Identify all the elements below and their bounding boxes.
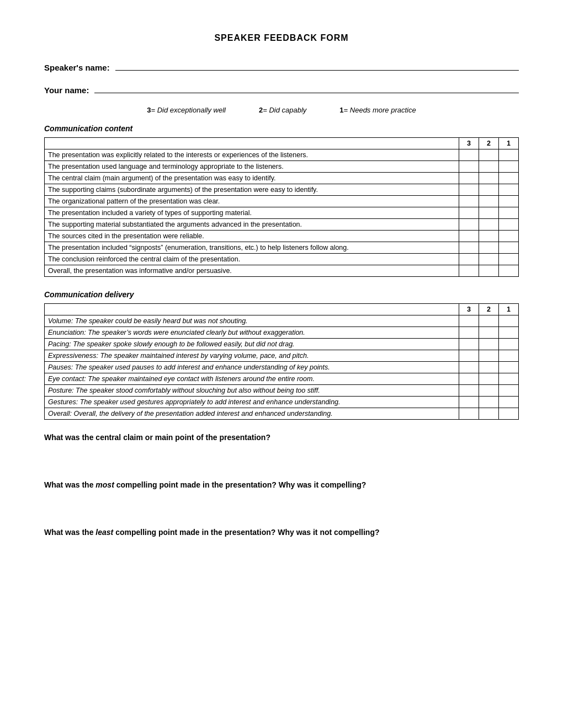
score-1[interactable] <box>499 265 519 277</box>
score-2[interactable] <box>479 184 499 196</box>
item-cell: Pauses: The speaker used pauses to add i… <box>45 362 459 373</box>
item-cell: The central claim (main argument) of the… <box>45 173 459 184</box>
score-2[interactable] <box>479 397 499 408</box>
item-cell: Overall: Overall, the delivery of the pr… <box>45 408 459 420</box>
score-2[interactable] <box>479 385 499 397</box>
score-2[interactable] <box>479 408 499 420</box>
your-name-label: Your name: <box>44 85 89 95</box>
score-3[interactable] <box>459 173 479 184</box>
score-3[interactable] <box>459 362 479 373</box>
score-3[interactable] <box>459 184 479 196</box>
table-row: The organizational pattern of the presen… <box>45 196 519 207</box>
score-3[interactable] <box>459 373 479 385</box>
score-1[interactable] <box>499 373 519 385</box>
table-row: Pacing: The speaker spoke slowly enough … <box>45 339 519 350</box>
score-2[interactable] <box>479 362 499 373</box>
score-2[interactable] <box>479 373 499 385</box>
score-1[interactable] <box>499 196 519 207</box>
speaker-name-label: Speaker's name: <box>44 63 110 72</box>
item-cell: The sources cited in the presentation we… <box>45 231 459 242</box>
score-3[interactable] <box>459 196 479 207</box>
score-3[interactable] <box>459 161 479 173</box>
table-row: The presentation used language and termi… <box>45 161 519 173</box>
table-row: The central claim (main argument) of the… <box>45 173 519 184</box>
score-2[interactable] <box>479 350 499 362</box>
score-3[interactable] <box>459 242 479 254</box>
score-3[interactable] <box>459 397 479 408</box>
table-row: The supporting claims (subordinate argum… <box>45 184 519 196</box>
score-2[interactable] <box>479 339 499 350</box>
table-row: Pauses: The speaker used pauses to add i… <box>45 362 519 373</box>
item-cell: Eye contact: The speaker maintained eye … <box>45 373 459 385</box>
score-3[interactable] <box>459 385 479 397</box>
score-2[interactable] <box>479 254 499 265</box>
score-3[interactable] <box>459 254 479 265</box>
scale-legend: 3= Did exceptionally well 2= Did capably… <box>44 106 519 114</box>
scale-1: 1= Needs more practice <box>339 106 416 114</box>
section2-table: 3 2 1 Volume: The speaker could be easil… <box>44 303 519 420</box>
item-cell: The presentation included “signposts” (e… <box>45 242 459 254</box>
score-1[interactable] <box>499 350 519 362</box>
question2: What was the most compelling point made … <box>44 480 519 489</box>
score-1[interactable] <box>499 207 519 219</box>
score-3[interactable] <box>459 149 479 161</box>
score-3[interactable] <box>459 350 479 362</box>
score-1[interactable] <box>499 408 519 420</box>
score-1[interactable] <box>499 339 519 350</box>
score-1[interactable] <box>499 327 519 339</box>
score-3[interactable] <box>459 315 479 327</box>
score-1[interactable] <box>499 231 519 242</box>
score-1[interactable] <box>499 254 519 265</box>
score-1[interactable] <box>499 219 519 231</box>
col-header-3: 3 <box>459 138 479 149</box>
score-3[interactable] <box>459 408 479 420</box>
score-1[interactable] <box>499 362 519 373</box>
item-cell: Posture: The speaker stood comfortably w… <box>45 385 459 397</box>
score-2[interactable] <box>479 196 499 207</box>
item-cell: Expressiveness: The speaker maintained i… <box>45 350 459 362</box>
score-2[interactable] <box>479 161 499 173</box>
score-3[interactable] <box>459 327 479 339</box>
score-1[interactable] <box>499 173 519 184</box>
item-cell: Volume: The speaker could be easily hear… <box>45 315 459 327</box>
score-1[interactable] <box>499 149 519 161</box>
item-cell: Overall, the presentation was informativ… <box>45 265 459 277</box>
col-header-2: 2 <box>479 138 499 149</box>
table-row: Enunciation: The speaker’s words were en… <box>45 327 519 339</box>
table-row: The presentation included “signposts” (e… <box>45 242 519 254</box>
score-1[interactable] <box>499 385 519 397</box>
score-1[interactable] <box>499 184 519 196</box>
score-3[interactable] <box>459 339 479 350</box>
speaker-name-row: Speaker's name: <box>44 60 519 72</box>
score-2[interactable] <box>479 231 499 242</box>
section2-title: Communication delivery <box>44 290 519 299</box>
score-1[interactable] <box>499 161 519 173</box>
scale-3: 3= Did exceptionally well <box>147 106 226 114</box>
col2-header-1: 1 <box>499 304 519 315</box>
score-2[interactable] <box>479 315 499 327</box>
scale-2: 2= Did capably <box>259 106 306 114</box>
score-2[interactable] <box>479 219 499 231</box>
speaker-name-input[interactable] <box>115 60 519 71</box>
section1-title: Communication content <box>44 124 519 133</box>
col2-header-3: 3 <box>459 304 479 315</box>
score-2[interactable] <box>479 149 499 161</box>
score-2[interactable] <box>479 207 499 219</box>
item-cell: The presentation included a variety of t… <box>45 207 459 219</box>
score-3[interactable] <box>459 207 479 219</box>
score-3[interactable] <box>459 265 479 277</box>
question3: What was the least compelling point made… <box>44 528 519 537</box>
score-1[interactable] <box>499 315 519 327</box>
table-row: Overall: Overall, the delivery of the pr… <box>45 408 519 420</box>
score-3[interactable] <box>459 231 479 242</box>
score-3[interactable] <box>459 219 479 231</box>
score-2[interactable] <box>479 242 499 254</box>
score-2[interactable] <box>479 173 499 184</box>
item-cell: Pacing: The speaker spoke slowly enough … <box>45 339 459 350</box>
score-1[interactable] <box>499 397 519 408</box>
item-cell: The organizational pattern of the presen… <box>45 196 459 207</box>
score-2[interactable] <box>479 327 499 339</box>
score-1[interactable] <box>499 242 519 254</box>
score-2[interactable] <box>479 265 499 277</box>
your-name-input[interactable] <box>94 82 519 93</box>
